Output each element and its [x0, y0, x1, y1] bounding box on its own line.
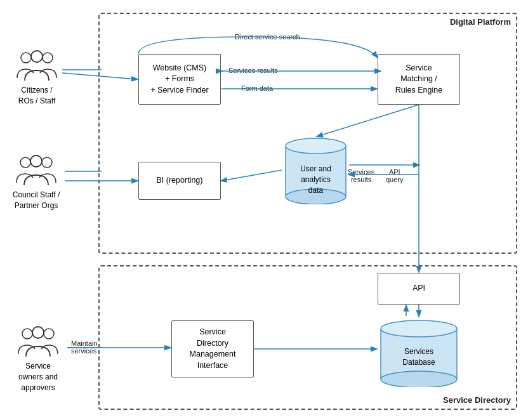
digital-platform-label: Digital Platform — [450, 17, 511, 27]
website-component: Website (CMS)+ Forms+ Service Finder — [138, 54, 221, 105]
diagram: Digital Platform Service Directory Citiz… — [0, 0, 528, 420]
citizens-label: Citizens /ROs / Staff — [18, 85, 55, 107]
svg-point-11 — [286, 138, 346, 154]
council-staff-icon — [14, 152, 58, 187]
svg-point-0 — [21, 53, 31, 63]
user-analytics-db: User andanalyticsdata — [282, 135, 349, 204]
actor-citizens: Citizens /ROs / Staff — [11, 48, 62, 107]
api-query-label: APIquery — [386, 168, 404, 183]
svg-point-14 — [381, 320, 457, 337]
api-component: API — [378, 273, 460, 305]
svg-point-3 — [20, 157, 30, 167]
council-staff-label: Council Staff /Partner Orgs — [13, 190, 60, 211]
service-directory-label: Service Directory — [443, 395, 511, 405]
svg-point-7 — [44, 329, 54, 339]
services-db-label: ServicesDatabase — [378, 346, 460, 368]
svg-point-13 — [381, 371, 457, 387]
services-results-mid-label: Servicesresults — [348, 168, 374, 183]
user-analytics-label: User andanalyticsdata — [282, 164, 349, 195]
svg-point-6 — [22, 329, 32, 339]
citizens-icon — [15, 48, 59, 82]
digital-platform-region: Digital Platform — [98, 13, 517, 254]
svg-point-2 — [31, 51, 43, 62]
sdmi-component: ServiceDirectoryManagementInterface — [171, 320, 254, 377]
svg-point-5 — [30, 155, 42, 167]
svg-point-4 — [42, 157, 52, 167]
services-db: ServicesDatabase — [378, 317, 460, 387]
bi-reporting-component: BI (reporting) — [138, 162, 221, 200]
actor-service-owners: Serviceowners andapprovers — [10, 324, 67, 393]
svg-point-8 — [32, 327, 44, 338]
services-results-top-label: Services results — [228, 67, 278, 74]
actor-council-staff: Council Staff /Partner Orgs — [8, 152, 65, 211]
svg-point-1 — [43, 53, 53, 63]
maintain-services-label: Maintainservices — [71, 339, 98, 355]
direct-search-label: Direct service search — [235, 33, 300, 41]
form-data-label: Form data — [241, 84, 273, 92]
service-owners-icon — [16, 324, 60, 358]
rules-engine-component: ServiceMatching /Rules Engine — [378, 54, 460, 105]
service-owners-label: Serviceowners andapprovers — [18, 361, 58, 393]
